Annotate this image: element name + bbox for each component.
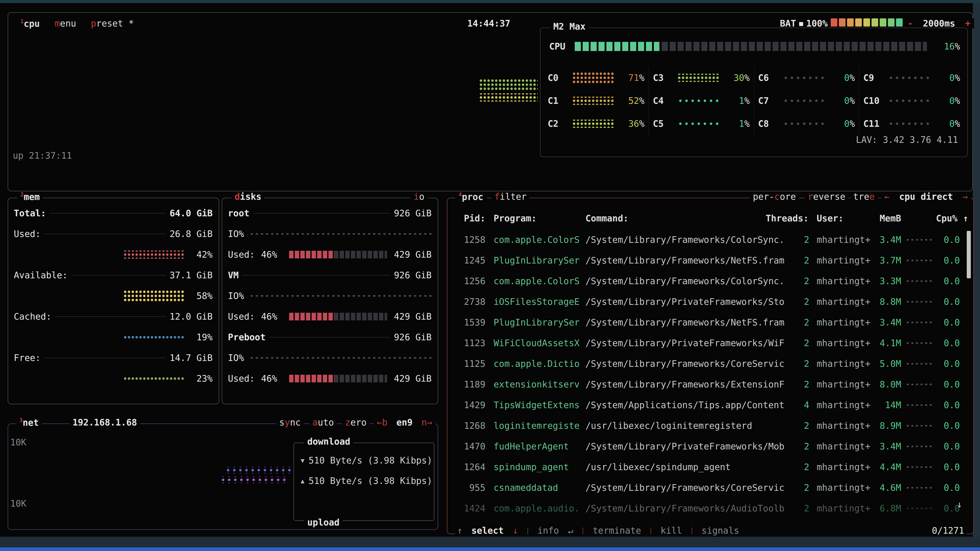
tab-preset[interactable]: preset * xyxy=(87,18,138,29)
tab-per-core[interactable]: per-core xyxy=(750,192,799,202)
next-interface-button[interactable]: n→ xyxy=(422,417,432,427)
tab-net[interactable]: 3net xyxy=(16,417,42,428)
disk-used-row: Used:46%429 GiB xyxy=(228,306,431,327)
process-row[interactable]: 1470fudHelperAgent/System/Library/Privat… xyxy=(457,436,968,457)
select-up-key[interactable]: ↑ xyxy=(457,526,463,536)
mem-percent: 19% xyxy=(184,332,213,342)
core-percent: 36% xyxy=(618,119,644,129)
tab-filter[interactable]: filter xyxy=(491,192,530,202)
core-percent: 0% xyxy=(934,96,960,106)
proc-title: proc xyxy=(462,192,484,202)
disk-used-bar xyxy=(289,375,387,383)
cpu-total-bar xyxy=(575,42,927,51)
disk-io-row: IO% xyxy=(228,224,431,244)
column-command[interactable]: Command: xyxy=(585,213,628,224)
tab-sync[interactable]: sync xyxy=(276,417,304,427)
column-program[interactable]: Program: xyxy=(493,213,537,224)
disk-used-row: Used:46%429 GiB xyxy=(228,368,431,389)
disk-used-bar xyxy=(289,313,387,321)
process-row[interactable]: 1125com.apple.Dictio/System/Library/Fram… xyxy=(457,353,968,374)
core-column-3: C60%C70%C80% xyxy=(754,66,859,136)
tab-tree[interactable]: tree xyxy=(850,192,878,202)
column-cpu-sort[interactable]: Cpu% ↑ xyxy=(924,213,968,224)
download-rate: 510 Byte/s (3.98 Kibps) xyxy=(309,455,432,465)
mem-percent: 58% xyxy=(184,291,213,301)
disk-io-graph xyxy=(251,233,431,235)
sort-next-button[interactable]: → xyxy=(963,192,968,202)
battery-segment xyxy=(863,18,870,27)
mem-usage-graph xyxy=(123,290,184,302)
signals-button[interactable]: signals xyxy=(702,526,739,536)
kill-button[interactable]: kill xyxy=(660,526,682,536)
mem-graph-row: 23% xyxy=(14,368,213,389)
interface-name: en9 xyxy=(396,417,412,427)
window-top-edge xyxy=(0,0,980,3)
core-usage-graph xyxy=(888,122,930,126)
column-threads[interactable]: Threads: xyxy=(765,213,809,224)
proc-hotkey: 4 xyxy=(458,192,462,198)
core-percent: 0% xyxy=(829,73,855,83)
column-user[interactable]: User: xyxy=(817,213,843,224)
proc-table-header: Pid: Program: Command: Threads: User: Me… xyxy=(457,208,980,229)
net-ip-value: 192.168.1.68 xyxy=(73,417,137,427)
mem-panel: 2mem Total:64.0 GiBUsed:26.8 GiB42%Avail… xyxy=(8,198,219,404)
core-usage-graph xyxy=(677,122,719,126)
tab-proc[interactable]: 4proc xyxy=(455,192,487,202)
terminate-button[interactable]: terminate xyxy=(593,526,641,536)
mem-percent: 23% xyxy=(184,373,213,384)
mem-graph-row: 42% xyxy=(14,244,213,265)
mem-row-used: Used:26.8 GiB xyxy=(14,224,213,244)
column-pid[interactable]: Pid: xyxy=(457,213,485,224)
tab-reverse[interactable]: reverse xyxy=(805,192,849,202)
core-column-1: C071%C152%C236% xyxy=(544,66,649,136)
process-row[interactable]: 1245PlugInLibrarySer/System/Library/Fram… xyxy=(457,250,968,271)
battery-percent: 100% xyxy=(806,18,828,29)
core-column-2: C330%C41%C51% xyxy=(649,66,754,136)
process-row[interactable]: 1268loginitemregiste/usr/libexec/loginit… xyxy=(457,415,968,436)
process-list: 1258com.apple.ColorS/System/Library/Fram… xyxy=(457,229,968,519)
tab-zero[interactable]: zero xyxy=(342,417,369,427)
tab-auto[interactable]: auto xyxy=(309,417,337,427)
core-percent: 52% xyxy=(618,96,644,106)
column-mem[interactable]: MemB xyxy=(865,213,901,224)
tab-mem[interactable]: 2mem xyxy=(18,192,43,202)
process-row[interactable]: 1424com.apple.audio./System/Library/Fram… xyxy=(457,498,968,519)
footer-divider xyxy=(651,527,651,534)
process-row[interactable]: 955csnameddatad/System/Library/Framework… xyxy=(457,477,968,498)
tab-menu[interactable]: menu xyxy=(51,18,80,29)
refresh-interval: - 2000ms + xyxy=(904,18,974,29)
footer-divider xyxy=(583,527,583,534)
core-usage-graph xyxy=(888,99,930,103)
info-button[interactable]: info xyxy=(538,526,559,536)
scroll-down-indicator[interactable]: ↓ xyxy=(957,499,962,510)
core-row-c9: C90% xyxy=(859,66,964,89)
prev-interface-button[interactable]: ←b xyxy=(377,417,387,427)
core-percent: 71% xyxy=(618,73,644,83)
core-usage-graph xyxy=(572,97,614,105)
sort-column-label: cpu direct xyxy=(899,192,953,202)
sort-prev-button[interactable]: ← xyxy=(884,192,890,202)
process-row[interactable]: 1258com.apple.ColorS/System/Library/Fram… xyxy=(457,229,968,250)
process-row[interactable]: 1123WiFiCloudAssetsX/System/Library/Priv… xyxy=(457,333,968,353)
tab-disks[interactable]: disks xyxy=(231,192,264,202)
battery-segment xyxy=(831,18,837,27)
process-row[interactable]: 2738iOSFilesStorageE/System/Library/Priv… xyxy=(457,291,968,312)
select-down-key[interactable]: ↓ xyxy=(513,526,518,536)
mem-graph-row: 58% xyxy=(14,286,213,306)
interval-increase-button[interactable]: + xyxy=(965,18,970,29)
process-row[interactable]: 1264spindump_agent/usr/libexec/spindump_… xyxy=(457,457,968,477)
battery-segment xyxy=(855,18,862,27)
process-row[interactable]: 1256com.apple.ColorS/System/Library/Fram… xyxy=(457,271,968,291)
tab-cpu[interactable]: 1cpu xyxy=(17,18,43,29)
enter-key-icon: ↵ xyxy=(568,526,573,536)
tab-io[interactable]: io xyxy=(410,192,428,202)
interval-decrease-button[interactable]: - xyxy=(907,18,913,29)
process-row[interactable]: 1539PlugInLibrarySer/System/Library/Fram… xyxy=(457,312,968,333)
process-row[interactable]: 1189extensionkitserv/System/Library/Fram… xyxy=(457,374,968,395)
scrollbar-thumb[interactable] xyxy=(967,231,971,278)
upload-arrow-icon: ▲ xyxy=(301,477,304,485)
battery-segment xyxy=(847,18,854,27)
preset-tab-label: reset * xyxy=(96,18,134,29)
process-row[interactable]: 1429TipsWidgetExtens/System/Applications… xyxy=(457,395,968,415)
cpu-history-graph-upper xyxy=(479,79,538,91)
